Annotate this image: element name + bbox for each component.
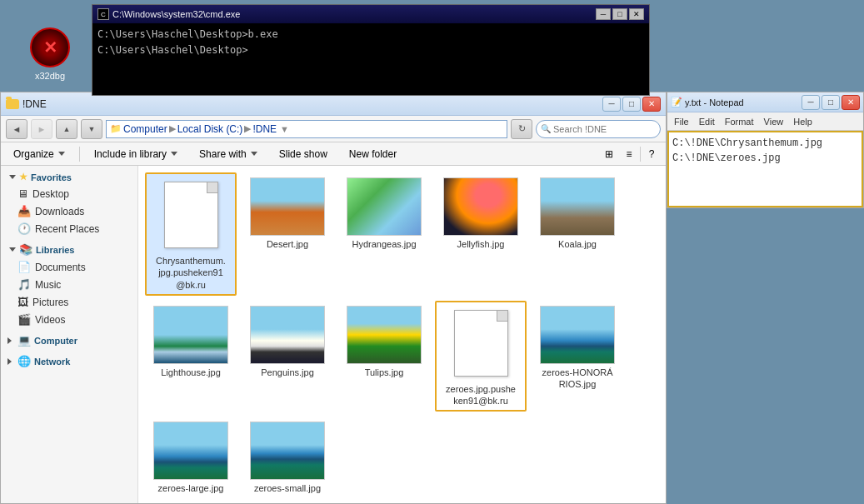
file-label-chrysanthemum: Chrysanthemum.jpg.pusheken91@bk.ru [156,255,226,291]
help-button[interactable]: ? [642,145,661,163]
file-item-lighthouse[interactable]: Lighthouse.jpg [145,301,237,412]
new-folder-button[interactable]: New folder [342,146,404,162]
sidebar-favorites-section: ★ Favorites 🖥 Desktop 📥 Downloads 🕐 Rece… [1,169,137,237]
file-label-hydrangeas: Hydrangeas.jpg [352,238,416,250]
include-library-button[interactable]: Include in library [87,146,185,162]
file-label-jellyfish: Jellyfish.jpg [457,238,505,250]
sidebar-item-recent[interactable]: 🕐 Recent Places [1,220,137,237]
notepad-body[interactable]: C:\!DNE\Chrysanthemum.jpg C:\!DNE\zeroes… [667,131,863,207]
explorer-title-text: !DNE [22,98,47,110]
explorer-title: !DNE [6,98,47,110]
sidebar-music-label: Music [35,279,61,291]
file-item-desert[interactable]: Desert.jpg [242,172,333,296]
sidebar-network-header[interactable]: 🌐 Network [1,352,137,370]
path-folder-icon: 📁 [110,123,122,134]
blank-file-page-2 [454,310,508,377]
slideshow-button[interactable]: Slide show [272,146,335,162]
notepad-close-button[interactable]: ✕ [842,95,860,110]
sidebar-item-music[interactable]: 🎵 Music [1,276,137,293]
share-dropdown-icon [251,152,257,156]
sidebar-computer-header[interactable]: 💻 Computer [1,332,137,349]
back-button[interactable]: ◄ [6,119,27,139]
notepad-menu-edit[interactable]: Edit [696,116,718,127]
file-thumb-zeroes-honorarios [540,306,615,364]
path-disk[interactable]: Local Disk (C:) [177,123,243,135]
explorer-minimize-button[interactable]: ─ [602,97,621,112]
toolbar-separator-2 [640,147,641,162]
notepad-menu-help[interactable]: Help [790,116,816,127]
cmd-line2: C:\Users\Haschel\Desktop> [97,42,644,58]
file-item-tulips[interactable]: Tulips.jpg [338,301,430,412]
cmd-controls: ─ □ ✕ [596,8,644,20]
notepad-menu-view[interactable]: View [761,116,787,127]
notepad-controls: ─ □ ✕ [802,95,860,110]
include-dropdown-icon [171,152,177,156]
view-toggle-button[interactable]: ⊞ [600,145,618,163]
sidebar-favorites-header[interactable]: ★ Favorites [1,169,137,185]
notepad-window: 📝 y.txt - Notepad ─ □ ✕ File Edit Format… [667,92,864,208]
address-bar: ◄ ► ▲ ▼ 📁 Computer ▶ Local Disk (C:) ▶ !… [1,116,666,142]
network-icon: 🌐 [17,355,31,367]
sidebar-libraries-label: Libraries [36,245,74,255]
x32dbg-spider-logo [30,27,70,67]
x32dbg-icon[interactable]: x32dbg [21,25,79,83]
notepad-maximize-button[interactable]: □ [822,95,840,110]
sidebar-libraries-header[interactable]: 📚 Libraries [1,241,137,258]
file-label-tulips: Tulips.jpg [365,367,404,378]
path-folder[interactable]: !DNE [252,123,277,135]
explorer-close-button[interactable]: ✕ [642,97,661,112]
notepad-title-text: y.txt - Notepad [685,97,744,107]
file-item-jellyfish[interactable]: Jellyfish.jpg [435,172,527,296]
desktop-icon: 🖥 [17,187,28,200]
sidebar-item-videos[interactable]: 🎬 Videos [1,311,137,328]
notepad-menu-format[interactable]: Format [722,116,757,127]
file-item-hydrangeas[interactable]: Hydrangeas.jpg [338,172,430,296]
file-item-penguins[interactable]: Penguins.jpg [242,301,333,412]
cmd-title-text: C:\Windows\system32\cmd.exe [112,9,240,19]
cmd-minimize-button[interactable]: ─ [596,8,611,20]
address-refresh-button[interactable]: ↻ [511,119,532,139]
favorites-expand-icon [9,175,16,179]
share-with-button[interactable]: Share with [192,146,265,162]
notepad-minimize-button[interactable]: ─ [802,95,820,110]
sidebar-item-pictures[interactable]: 🖼 Pictures [1,293,137,311]
sidebar-favorites-label: Favorites [31,172,72,182]
recent-button[interactable]: ▼ [81,119,102,139]
file-item-koala[interactable]: Koala.jpg [532,172,623,296]
file-thumb-jellyfish [443,177,518,236]
blank-file-page [164,182,218,248]
file-item-zeroes-honorarios[interactable]: zeroes-HONORÁRIOS.jpg [532,301,623,412]
sidebar-pictures-label: Pictures [32,297,68,308]
file-icon-chrysanthemum [157,177,224,252]
explorer-folder-icon [6,99,19,109]
sidebar-computer-section: 💻 Computer [1,332,137,349]
sidebar-item-documents[interactable]: 📄 Documents [1,258,137,276]
explorer-maximize-button[interactable]: □ [622,97,641,112]
address-path[interactable]: 📁 Computer ▶ Local Disk (C:) ▶ !DNE ▼ [106,120,507,138]
cmd-maximize-button[interactable]: □ [612,8,627,20]
forward-button[interactable]: ► [31,119,52,139]
cmd-window: C C:\Windows\system32\cmd.exe ─ □ ✕ C:\U… [92,4,650,96]
search-input[interactable] [536,120,661,138]
sidebar-item-desktop[interactable]: 🖥 Desktop [1,185,137,202]
view-details-button[interactable]: ≡ [620,145,638,163]
file-item-chrysanthemum[interactable]: Chrysanthemum.jpg.pusheken91@bk.ru [145,172,237,296]
sidebar-item-downloads[interactable]: 📥 Downloads [1,202,137,220]
recent-places-icon: 🕐 [17,222,31,235]
file-item-zeroes-large[interactable]: zeroes-large.jpg [145,417,237,499]
explorer-window: !DNE ─ □ ✕ ◄ ► ▲ ▼ 📁 Computer ▶ Local Di… [0,92,667,504]
organize-button[interactable]: Organize [6,146,72,162]
file-label-zeroes-large: zeroes-large.jpg [158,482,224,494]
files-grid: Chrysanthemum.jpg.pusheken91@bk.ru Deser… [145,172,659,500]
notepad-menu-file[interactable]: File [671,116,692,127]
notepad-title: 📝 y.txt - Notepad [671,97,744,107]
toolbar-right: ⊞ ≡ ? [600,145,661,163]
file-item-zeroes[interactable]: zeroes.jpg.pusheken91@bk.ru [435,301,527,412]
cmd-close-button[interactable]: ✕ [629,8,644,20]
sidebar-videos-label: Videos [35,314,65,326]
search-wrapper: 🔍 [536,120,661,138]
downloads-icon: 📥 [17,205,31,217]
path-computer[interactable]: Computer [123,123,167,135]
up-button[interactable]: ▲ [56,119,77,139]
file-item-zeroes-small[interactable]: zeroes-small.jpg [242,417,333,499]
